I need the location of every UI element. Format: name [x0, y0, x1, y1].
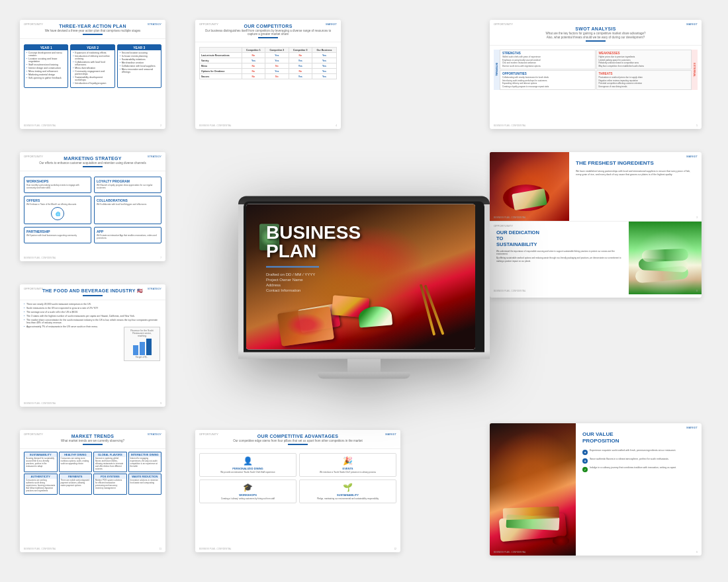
comp-tag-left: OPPORTUNITY: [199, 22, 218, 26]
swot-blue-bar: [586, 40, 606, 42]
year3-label: YEAR 3: [118, 45, 161, 50]
slide-three-year-plan: OPPORTUNITY STRATEGY THREE-YEAR ACTION P…: [20, 20, 165, 129]
sustain-footer-right: 8: [696, 290, 698, 292]
blue-divider: [83, 34, 103, 35]
slide-subtitle-three-year: We have devised a three-year action plan…: [25, 29, 160, 32]
sustain-title: OUR DEDICATIONTOSUSTAINABILITY: [496, 229, 622, 247]
trends-tag-right: STRATEGY: [148, 433, 161, 436]
adv-sustainability-icon: 🌱: [302, 483, 393, 492]
fresh-title: THE FRESHEST INGREDIENTS: [576, 160, 695, 167]
screen-address: Address: [266, 283, 361, 287]
food-stat-4: The 3 states with the highest number of …: [24, 315, 161, 317]
adv-events-icon: 🎉: [302, 456, 393, 466]
swot-weaknesses-title: WEAKNESSES: [599, 52, 690, 55]
food-stat-2: Sushi restaurants in the US are expected…: [24, 307, 161, 310]
screen-title-line1: BUSINESS: [266, 224, 361, 242]
vp-title: OUR VALUEPROPOSITION: [582, 431, 695, 444]
slide-competitive-advantages: OPPORTUNITY MARKET OUR COMPETITIVE ADVAN…: [195, 430, 400, 552]
trend-pos-text: Modern POS system solutions for efficien…: [95, 479, 125, 490]
loyalty-title: LOYALTY PROGRAM: [97, 179, 159, 183]
screen-text: BUSINESS PLAN Drafted on DD / MM / YYYY …: [266, 224, 361, 294]
screen-title-line2: PLAN: [266, 242, 361, 261]
year1-label: YEAR 1: [24, 45, 68, 50]
food-tag-left: OPPORTUNITY: [24, 287, 43, 290]
vp-desc-3: Indulge in a culinary journey that combi…: [590, 466, 676, 470]
partner-text: We'll partner with local businesses supp…: [26, 234, 89, 237]
fresh-desc: We have established strong partnerships …: [576, 170, 695, 177]
marketing-tag-right: STRATEGY: [148, 155, 161, 158]
monitor-neck: [238, 358, 490, 372]
trend-sustain-title: SUSTAINABILITY: [24, 452, 57, 457]
footer-left: BUSINESS PLAN - CONFIDENTIAL: [24, 124, 56, 127]
vp-icon-3: ✓: [582, 467, 588, 472]
vp-icon-2: ✦: [582, 458, 588, 464]
slide-freshest-sustainability: OPPORTUNITY MARKET THE FRESHEST INGREDIE…: [490, 152, 702, 298]
swot-subtitle2: Also, what potential threats should we b…: [495, 36, 696, 39]
trend-pay-title: PAYMENTS: [60, 474, 92, 479]
offers-icon: 🌐: [51, 207, 64, 220]
slide-competitors: OPPORTUNITY MARKET OUR COMPETITORS Our b…: [195, 20, 341, 129]
adv-personalized: 👤 PERSONALIZED DINING We provide an inte…: [199, 453, 296, 477]
trend-waste-title: WASTE REDUCTION: [129, 474, 161, 479]
food-blue-bar: [83, 295, 103, 296]
comp-tag-right: MARKET: [326, 22, 337, 26]
trends-blue-bar: [83, 444, 103, 445]
comp-footer-left: BUSINESS PLAN - CONFIDENTIAL: [199, 124, 232, 127]
trend-pos-title: POS SYSTEMS: [94, 474, 126, 479]
adv-title: OUR COMPETITIVE ADVANTAGES: [201, 434, 395, 438]
workshops-title: WORKSHOPS: [26, 179, 89, 183]
comp-title: OUR COMPETITORS: [201, 24, 336, 28]
adv-subtitle: Our competitive edge stems from four pil…: [201, 439, 395, 442]
sustain-tag-left: OPPORTUNITY: [494, 224, 513, 228]
trends-subtitle: What market trends are we currently obse…: [25, 439, 160, 442]
collab-text: We'll collaborate with local food blogge…: [97, 203, 159, 206]
screen-drafted: Drafted on DD / MM / YYYY: [266, 272, 361, 276]
sustain-desc1: We understand the importance of responsi…: [496, 250, 622, 255]
bar2: [140, 342, 145, 355]
trend-healthy-text: Consumers are eating more nutritious opt…: [61, 458, 91, 466]
marketing-subtitle: Our efforts to enhance customer acquisit…: [25, 161, 160, 165]
trends-footer-left: BUSINESS PLAN - CONFIDENTIAL: [24, 548, 56, 550]
adv-footer-left: BUSINESS PLAN - CONFIDENTIAL: [199, 548, 232, 550]
trend-global-text: Interest in exploring global flavors and…: [95, 458, 125, 470]
marketing-title: MARKETING STRATEGY: [25, 156, 160, 161]
swot-title: SWOT ANALYSIS: [495, 26, 696, 31]
swot-opportunities-title: OPPORTUNITIES: [502, 72, 593, 75]
trend-sustain-text: Growing demand for sustainably sourced f…: [26, 458, 56, 468]
vp-icon-1: ✦: [582, 450, 588, 455]
bar3: [146, 339, 152, 355]
trend-auth-text: Consumers are seeking authentic sushi di…: [26, 479, 56, 492]
vp-desc-1: Experience exquisite sushi crafted with …: [590, 449, 676, 452]
competitors-table: Competitor 1 Competitor 2 Competitor 3 O…: [199, 47, 337, 79]
food-title: THE FOOD AND BEVERAGE INDUSTRY 🇺🇸: [25, 288, 160, 294]
trends-title: MARKET TRENDS: [25, 434, 160, 438]
vp-desc-2: Savor authentic flavors in a vibrant atm…: [590, 458, 669, 461]
adv-tag-right: MARKET: [385, 433, 396, 436]
trends-footer-right: 11: [159, 548, 161, 550]
trends-tag-left: OPPORTUNITY: [24, 433, 43, 436]
comp-footer-right: 4: [336, 124, 337, 127]
adv-workshops-icon: 🎓: [203, 483, 293, 492]
marketing-footer-left: BUSINESS PLAN - CONFIDENTIAL: [24, 257, 56, 259]
footer-right: 2: [160, 124, 161, 127]
marketing-footer-right: 7: [160, 257, 161, 259]
trend-interactive-title: INTERACTIVE DINING: [129, 452, 161, 457]
food-stat-5: The market share concentration for the s…: [24, 319, 161, 324]
slide-tag-strategy: STRATEGY: [148, 22, 161, 26]
adv-personalized-icon: 👤: [203, 456, 293, 466]
marketing-tag-left: OPPORTUNITY: [24, 155, 43, 158]
revenue-box: Revenue for the SushiRestaurant sector,r…: [124, 327, 160, 361]
swot-external-label: EXTERNAL: [692, 50, 698, 90]
food-footer-right: 9: [160, 402, 161, 405]
fresh-footer-right: 3: [696, 216, 698, 219]
sustain-desc2: By offering sustainable seafood options …: [496, 257, 622, 262]
app-text: We'll create an interactive App that ena…: [97, 234, 159, 239]
food-stat-3: The average cost of a sushi roll in the …: [24, 311, 161, 313]
marketing-blue-bar: [83, 166, 103, 167]
vp-tag-right: MARKET: [686, 426, 698, 429]
year2-label: YEAR 2: [71, 45, 114, 50]
monitor: BUSINESS PLAN Drafted on DD / MM / YYYY …: [238, 196, 490, 378]
vp-footer-right: 6: [696, 551, 698, 554]
adv-workshops: 🎓 WORKSHOPS Creating a 'culinary' settin…: [199, 479, 296, 503]
bar1: [133, 345, 138, 355]
